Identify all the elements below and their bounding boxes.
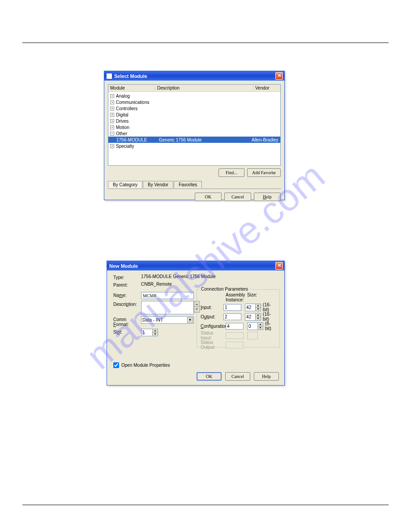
spin-down[interactable]: ▼ (152, 333, 158, 336)
input-label: Input: (201, 305, 223, 310)
select-module-title: Select Module (114, 73, 147, 79)
cancel-button[interactable]: Cancel (225, 372, 250, 381)
output-unit: (16-bit) (263, 312, 276, 322)
spin-up[interactable]: ▲ (152, 329, 158, 333)
type-value: 1756-MODULE Generic 1756 Module (141, 274, 280, 279)
name-label: Name: (113, 292, 141, 298)
slot-spinner[interactable]: ▲▼ (141, 329, 158, 336)
help-button[interactable]: Help (254, 372, 279, 381)
close-button[interactable]: ✕ (275, 72, 283, 80)
cat-label: Drives (116, 119, 128, 124)
status-output-label: Status Output: (201, 340, 226, 350)
description-input[interactable] (141, 301, 194, 314)
select-module-dialog: Select Module ✕ Module Description Vendo… (104, 71, 285, 200)
type-label: Type: (113, 274, 141, 280)
name-input[interactable] (141, 292, 194, 299)
tree-item-1756-module[interactable]: 1756-MODULE Generic 1756 Module Allen-Br… (108, 137, 280, 143)
filter-tabs: By Category By Vendor Favorites (108, 180, 281, 189)
new-module-dialog: New Module ✕ Type: 1756-MODULE Generic 1… (107, 261, 285, 386)
status-input-label: Status Input: (201, 330, 226, 340)
tree-category-analog[interactable]: +Analog (108, 93, 280, 99)
input-size-field[interactable] (245, 304, 255, 311)
new-module-titlebar[interactable]: New Module ✕ (107, 261, 284, 270)
output-size-field[interactable] (245, 313, 255, 320)
page-rule-top (22, 43, 389, 43)
connection-parameters-legend: Connection Parameters (200, 287, 249, 292)
cancel-button[interactable]: Cancel (224, 193, 251, 201)
output-instance-field[interactable] (223, 313, 241, 320)
config-unit: (8-bit) (265, 321, 276, 331)
selected-module-vendor: Allen-Bradley (252, 137, 278, 142)
tree-category-controllers[interactable]: +Controllers (108, 105, 280, 112)
size-header: Size: (247, 292, 265, 302)
cat-label: Specialty (116, 144, 134, 149)
col-description[interactable]: Description (155, 85, 253, 91)
config-size-field[interactable] (248, 323, 257, 330)
spin-up[interactable]: ▲ (257, 323, 263, 326)
add-favorite-button[interactable]: Add Favorite (247, 168, 281, 177)
chevron-down-icon: ▼ (187, 317, 193, 323)
description-label: Description: (113, 301, 141, 307)
tree-category-digital[interactable]: +Digital (108, 112, 280, 118)
cat-label: Communications (116, 100, 149, 105)
tree-category-specialty[interactable]: +Specialty (108, 143, 280, 149)
config-size-spinner[interactable]: ▲▼ (247, 322, 263, 330)
tree-category-communications[interactable]: +Communications (108, 99, 280, 105)
slot-label: Slot: (113, 329, 141, 335)
selected-module-desc: Generic 1756 Module (159, 137, 252, 142)
config-instance-field[interactable] (226, 323, 244, 330)
tab-favorites[interactable]: Favorites (174, 181, 202, 188)
cat-label: Analog (116, 94, 130, 99)
cat-label: Digital (116, 112, 128, 117)
module-tree-list: +Analog +Communications +Controllers +Di… (108, 92, 280, 150)
parent-value: CNBR_Remote (141, 282, 280, 287)
tree-category-drives[interactable]: +Drives (108, 118, 280, 124)
tree-category-other[interactable]: −Other (108, 130, 280, 137)
open-module-properties-label: Open Module Properties (121, 363, 170, 368)
cat-label: Controllers (116, 106, 137, 111)
input-size-spinner[interactable]: ▲▼ (245, 304, 261, 311)
selected-module-name: 1756-MODULE (116, 137, 159, 142)
col-vendor[interactable]: Vendor (253, 85, 280, 91)
parent-label: Parent: (113, 282, 141, 287)
output-size-spinner[interactable]: ▲▼ (245, 313, 261, 321)
status-input-instance-field (226, 332, 244, 339)
comm-format-label: Comm Format: (113, 316, 141, 327)
input-unit: (16-bit) (263, 302, 276, 312)
cat-label: Other (116, 131, 127, 136)
new-module-title: New Module (109, 263, 138, 269)
ok-button[interactable]: OK (195, 193, 222, 201)
find-button[interactable]: Find... (218, 168, 244, 177)
output-label: Output: (201, 314, 223, 319)
ok-button[interactable]: OK (197, 372, 222, 381)
dialog-icon (107, 73, 112, 79)
page-rule-bottom (22, 505, 389, 505)
comm-format-select[interactable]: Data - INT ▼ (141, 316, 194, 324)
help-tail: elp (266, 194, 272, 199)
module-tree-header: Module Description Vendor (108, 85, 280, 92)
close-button[interactable]: ✕ (275, 262, 283, 270)
assembly-header: AssemblyInstance: (226, 292, 247, 302)
module-tree-panel[interactable]: Module Description Vendor +Analog +Commu… (108, 84, 281, 166)
spin-down[interactable]: ▼ (255, 317, 261, 320)
select-module-titlebar[interactable]: Select Module ✕ (104, 71, 284, 81)
open-module-properties-checkbox[interactable] (113, 362, 119, 368)
status-input-size-box (247, 332, 258, 339)
input-instance-field[interactable] (223, 304, 241, 311)
tree-category-motion[interactable]: +Motion (108, 124, 280, 130)
connection-parameters-group: Connection Parameters AssemblyInstance: … (197, 289, 280, 348)
status-output-instance-field (226, 342, 244, 348)
tab-by-vendor[interactable]: By Vendor (143, 181, 173, 188)
spin-up[interactable]: ▲ (255, 304, 261, 308)
cat-label: Motion (116, 125, 129, 130)
col-module[interactable]: Module (108, 85, 155, 91)
spin-up[interactable]: ▲ (255, 313, 261, 317)
spin-down[interactable]: ▼ (257, 326, 263, 330)
comm-format-value: Data - INT (142, 317, 163, 322)
config-label: Configuration: (201, 324, 226, 329)
help-button[interactable]: Help (254, 193, 281, 201)
open-module-properties-row[interactable]: Open Module Properties (113, 362, 170, 368)
tab-by-category[interactable]: By Category (108, 181, 142, 188)
spin-down[interactable]: ▼ (255, 308, 261, 311)
slot-input[interactable] (141, 329, 152, 336)
